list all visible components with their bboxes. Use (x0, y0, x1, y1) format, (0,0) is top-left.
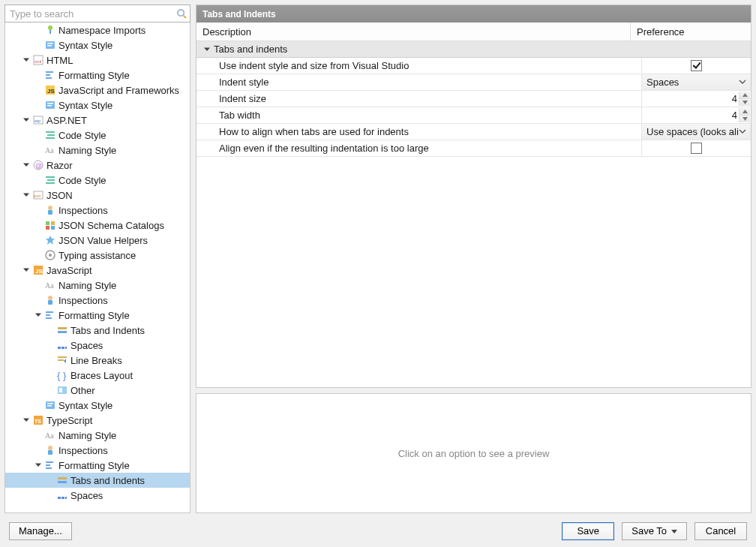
checkbox[interactable] (691, 143, 702, 154)
expand-icon (46, 341, 55, 350)
checkbox[interactable] (691, 60, 702, 71)
svg-rect-42 (48, 300, 52, 305)
expand-icon[interactable] (22, 56, 31, 65)
tree-item-label: JSON Schema Catalogs (58, 220, 164, 231)
tree-item[interactable]: Inspections (5, 293, 190, 308)
settings-group-header[interactable]: Tabs and indents (196, 41, 751, 58)
dropdown[interactable]: Spaces (642, 74, 751, 90)
setting-value-tab_width[interactable]: 4 (641, 107, 751, 123)
helpers-icon (44, 234, 56, 246)
svg-rect-33 (51, 221, 55, 225)
tree-item[interactable]: Inspections (5, 443, 190, 458)
tree-item[interactable]: Code Style (5, 173, 190, 188)
tree-item[interactable]: @Razor (5, 158, 190, 173)
setting-value-use_vs[interactable] (641, 58, 751, 74)
tree-item[interactable]: Other (5, 383, 190, 398)
tree-item[interactable]: { }Braces Layout (5, 368, 190, 383)
manage-button[interactable]: Manage... (9, 522, 72, 540)
svg-point-37 (49, 254, 52, 257)
js-icon: JS (44, 84, 56, 96)
setting-row-use_vs: Use indent style and size from Visual St… (196, 58, 751, 74)
search-input[interactable] (10, 8, 176, 20)
column-header-description[interactable]: Description (196, 23, 631, 41)
spin-down-button[interactable] (740, 115, 750, 122)
setting-value-indent_style[interactable]: Spaces (641, 74, 751, 90)
number-value: 4 (732, 110, 737, 121)
spin-up-button[interactable] (740, 108, 750, 115)
search-icon (176, 8, 188, 20)
tree-item[interactable]: Inspections (5, 203, 190, 218)
tree-scroll[interactable]: Namespace ImportsSyntax StylexmlHTMLForm… (5, 23, 190, 512)
svg-text:JS: JS (47, 88, 55, 95)
svg-text:Aa: Aa (45, 431, 54, 440)
naming-icon: Aa (44, 279, 56, 291)
tree-item[interactable]: AaNaming Style (5, 278, 190, 293)
tree-item[interactable]: JSJavaScript and Frameworks (5, 83, 190, 98)
tree-item[interactable]: JSON Schema Catalogs (5, 218, 190, 233)
tree-item-label: Tabs and Indents (70, 325, 145, 336)
tree-item[interactable]: JSON Value Helpers (5, 233, 190, 248)
spaces-icon (56, 339, 68, 351)
tree-item[interactable]: Typing assistance (5, 248, 190, 263)
tree-item[interactable]: xmlHTML (5, 53, 190, 68)
tree-item[interactable]: AaNaming Style (5, 143, 190, 158)
tree-item[interactable]: AaNaming Style (5, 428, 190, 443)
svg-text:TS: TS (34, 419, 41, 424)
tree-item[interactable]: JSJavaScript (5, 263, 190, 278)
settings-panel: Tabs and Indents Description Preference … (196, 5, 752, 388)
footer: Manage... Save Save To Cancel (0, 515, 756, 547)
save-button[interactable]: Save (562, 522, 614, 540)
chevron-down-icon (739, 126, 746, 137)
setting-value-align_large[interactable] (641, 140, 751, 156)
tree-item[interactable]: Line Breaks (5, 353, 190, 368)
js2-icon: JS (32, 264, 44, 276)
svg-rect-43 (46, 311, 53, 313)
tree-item-label: Syntax Style (58, 400, 112, 411)
svg-rect-57 (47, 403, 53, 404)
tree-item[interactable]: Namespace Imports (5, 23, 190, 38)
svg-rect-68 (58, 481, 67, 483)
spin-down-button[interactable] (740, 98, 750, 106)
tree-item[interactable]: Syntax Style (5, 38, 190, 53)
column-header-preference[interactable]: Preference (631, 23, 751, 41)
number-input[interactable]: 4 (642, 107, 751, 123)
column-headers: Description Preference (196, 23, 751, 41)
tree-item[interactable]: Syntax Style (5, 98, 190, 113)
expand-icon (46, 491, 55, 500)
expand-icon[interactable] (34, 461, 43, 470)
tree-item[interactable]: Code Style (5, 128, 190, 143)
spin-up-button[interactable] (740, 92, 750, 98)
expand-icon[interactable] (22, 266, 31, 275)
tree-item[interactable]: aspASP.NET (5, 113, 190, 128)
tree-item[interactable]: Formatting Style (5, 308, 190, 323)
tree-item[interactable]: Spaces (5, 488, 190, 503)
expand-icon[interactable] (22, 416, 31, 425)
tree-item[interactable]: Tabs and Indents (5, 323, 190, 338)
expand-icon[interactable] (34, 311, 43, 320)
tree-item-label: Razor (46, 160, 73, 171)
svg-rect-48 (58, 347, 61, 349)
tabs-icon (56, 324, 68, 336)
tree-item[interactable]: Tabs and Indents (5, 473, 190, 488)
tree-item[interactable]: jsonJSON (5, 188, 190, 203)
tree-item[interactable]: Spaces (5, 338, 190, 353)
search-box[interactable] (4, 5, 190, 23)
setting-value-indent_size[interactable]: 4 (641, 91, 751, 107)
number-input[interactable]: 4 (642, 91, 751, 107)
expand-icon[interactable] (22, 161, 31, 170)
save-to-button[interactable]: Save To (622, 522, 687, 540)
expand-icon[interactable] (22, 116, 31, 125)
setting-value-align_tabs[interactable]: Use spaces (looks aligned (641, 124, 751, 140)
cancel-button[interactable]: Cancel (694, 522, 747, 540)
setting-label: Align even if the resulting indentation … (196, 140, 641, 156)
svg-text:JS: JS (35, 268, 43, 275)
tree-item-label: JSON (46, 190, 73, 201)
dropdown[interactable]: Use spaces (looks aligned (642, 124, 751, 140)
tree-item[interactable]: TSTypeScript (5, 413, 190, 428)
tree-item[interactable]: Formatting Style (5, 458, 190, 473)
tree-item[interactable]: Formatting Style (5, 68, 190, 83)
svg-rect-49 (62, 347, 64, 349)
expand-icon[interactable] (22, 191, 31, 200)
tree-item[interactable]: Syntax Style (5, 398, 190, 413)
expand-icon (34, 71, 43, 80)
